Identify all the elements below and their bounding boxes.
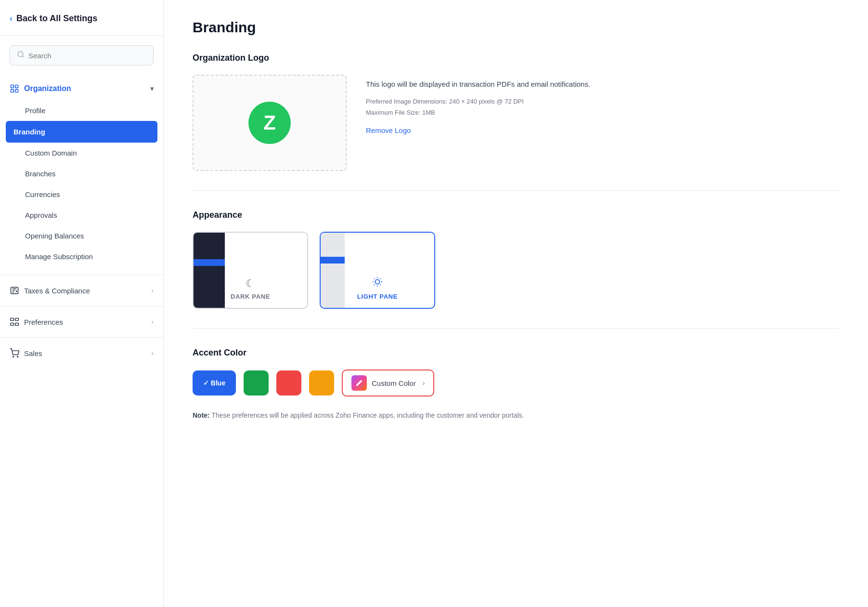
taxes-chevron-right-icon: › — [151, 287, 154, 294]
svg-rect-8 — [15, 318, 19, 321]
accent-green-button[interactable] — [244, 370, 269, 396]
nav-divider-2 — [0, 306, 163, 306]
custom-color-chevron-icon: › — [423, 379, 425, 387]
accent-red-button[interactable] — [276, 370, 301, 396]
back-nav-label: Back to All Settings — [16, 13, 97, 24]
logo-info: This logo will be displayed in transacti… — [366, 75, 590, 135]
sidebar-item-currencies[interactable]: Currencies — [0, 184, 163, 205]
sidebar-item-profile[interactable]: Profile — [0, 100, 163, 121]
custom-color-icon — [351, 375, 367, 391]
organization-icon — [10, 84, 19, 93]
svg-point-13 — [375, 279, 379, 284]
custom-color-label: Custom Color — [372, 379, 416, 387]
taxes-icon — [10, 286, 19, 295]
accent-colors: ✓ Blue Custom Color › — [193, 369, 839, 396]
search-icon — [17, 51, 25, 60]
accent-orange-button[interactable] — [309, 370, 334, 396]
logo-info-text: This logo will be displayed in transacti… — [366, 79, 590, 90]
logo-section: Organization Logo Z This logo will be di… — [193, 53, 839, 191]
logo-section-title: Organization Logo — [193, 53, 839, 63]
main-content: Branding Organization Logo Z This logo w… — [164, 0, 868, 607]
svg-rect-4 — [15, 90, 18, 92]
logo-dimensions: Preferred Image Dimensions: 240 × 240 pi… — [366, 96, 590, 107]
accent-section-title: Accent Color — [193, 348, 839, 358]
custom-color-button[interactable]: Custom Color › — [342, 369, 434, 396]
sidebar-item-branding[interactable]: Branding — [6, 121, 157, 143]
organization-chevron-down-icon: ▾ — [150, 85, 154, 92]
sidebar: ‹ Back to All Settings Organization ▾ — [0, 0, 164, 607]
sidebar-item-manage-subscription[interactable]: Manage Subscription — [0, 246, 163, 267]
sidebar-item-sales[interactable]: Sales › — [0, 342, 163, 365]
sales-icon — [10, 348, 19, 358]
moon-icon: ☾ — [246, 277, 255, 290]
svg-point-6 — [16, 291, 17, 292]
organization-section: Organization ▾ Profile Branding Custom D… — [0, 73, 163, 271]
dark-pane-card[interactable]: ☾ DARK PANE — [193, 232, 308, 309]
accent-section: Accent Color ✓ Blue Custom Color › — [193, 348, 839, 421]
light-pane-card[interactable]: LIGHT PANE — [320, 232, 435, 309]
logo-section-content: Z This logo will be displayed in transac… — [193, 75, 839, 171]
dark-pane-visual — [194, 233, 225, 308]
dark-pane-label: DARK PANE — [231, 293, 270, 300]
preferences-icon — [10, 317, 19, 327]
logo-upload-area[interactable]: Z — [193, 75, 347, 171]
blue-checkmark-icon: ✓ — [203, 379, 209, 387]
nav-divider-1 — [0, 275, 163, 275]
preferences-chevron-right-icon: › — [151, 318, 154, 326]
page-title: Branding — [193, 19, 839, 36]
svg-rect-1 — [11, 85, 14, 88]
appearance-options: ☾ DARK PANE LIGHT PANE — [193, 232, 839, 309]
sidebar-item-approvals[interactable]: Approvals — [0, 205, 163, 225]
search-input[interactable] — [28, 52, 146, 60]
light-pane-accent — [321, 257, 345, 264]
logo-avatar: Z — [248, 102, 291, 144]
sales-label: Sales — [24, 349, 42, 357]
back-nav[interactable]: ‹ Back to All Settings — [0, 0, 163, 36]
sidebar-item-taxes-compliance[interactable]: Taxes & Compliance › — [0, 279, 163, 302]
light-pane-visual — [321, 233, 345, 308]
sidebar-item-preferences[interactable]: Preferences › — [0, 310, 163, 333]
sidebar-item-custom-domain[interactable]: Custom Domain — [0, 143, 163, 163]
sidebar-item-branches[interactable]: Branches — [0, 163, 163, 184]
accent-blue-button[interactable]: ✓ Blue — [193, 370, 236, 396]
search-wrapper — [0, 36, 163, 73]
taxes-label: Taxes & Compliance — [24, 287, 90, 295]
sidebar-item-opening-balances[interactable]: Opening Balances — [0, 225, 163, 246]
svg-rect-7 — [11, 318, 14, 321]
appearance-section-title: Appearance — [193, 210, 839, 220]
logo-meta: Preferred Image Dimensions: 240 × 240 pi… — [366, 96, 590, 119]
organization-label: Organization — [24, 84, 71, 93]
note-label: Note: — [193, 411, 210, 419]
preferences-label: Preferences — [24, 318, 63, 326]
back-chevron-icon: ‹ — [10, 13, 13, 24]
sales-chevron-right-icon: › — [151, 349, 154, 357]
svg-point-11 — [13, 356, 14, 357]
svg-rect-2 — [15, 85, 18, 88]
remove-logo-link[interactable]: Remove Logo — [366, 126, 411, 134]
logo-max-size: Maximum File Size: 1MB — [366, 107, 590, 118]
nav-divider-3 — [0, 337, 163, 338]
svg-rect-10 — [15, 323, 19, 326]
svg-rect-9 — [11, 323, 14, 326]
search-container[interactable] — [10, 45, 154, 66]
light-pane-label: LIGHT PANE — [357, 293, 398, 300]
appearance-section: Appearance ☾ DARK PANE LIGHT PAN — [193, 210, 839, 329]
svg-point-12 — [17, 356, 18, 357]
svg-point-0 — [18, 52, 23, 57]
sidebar-item-organization[interactable]: Organization ▾ — [0, 77, 163, 100]
sun-icon — [372, 277, 383, 290]
dark-pane-accent — [194, 259, 225, 266]
svg-rect-3 — [11, 90, 14, 92]
note-text: Note: These preferences will be applied … — [193, 410, 839, 421]
